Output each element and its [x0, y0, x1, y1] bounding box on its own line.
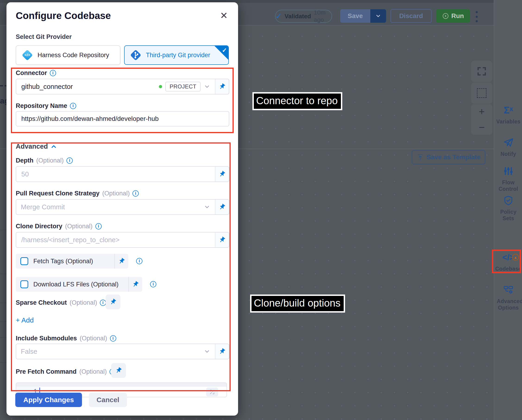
save-button[interactable]: Save: [340, 9, 370, 23]
pr-clone-strategy-pin-button[interactable]: [215, 199, 229, 214]
save-dropdown-button[interactable]: [370, 9, 386, 23]
pre-fetch-command-label: Pre Fetch Command: [16, 368, 77, 375]
connector-status-dot: [159, 85, 162, 88]
paper-plane-icon: [503, 137, 514, 148]
selected-check-icon: ✓: [222, 47, 227, 54]
editor-expand-button[interactable]: [206, 388, 218, 396]
download-lfs-label: Download LFS Files (Optional): [33, 281, 128, 288]
clone-directory-pin-button[interactable]: [215, 232, 229, 247]
sidebar-item-notify[interactable]: Notify: [494, 137, 522, 157]
info-icon[interactable]: [50, 70, 56, 76]
run-label: Run: [451, 12, 464, 20]
sidebar-item-label: Policy Sets: [499, 209, 518, 221]
cancel-button[interactable]: Cancel: [89, 393, 127, 407]
editor-top-strip: [16, 383, 226, 387]
sidebar-item-label: Variables: [496, 119, 521, 125]
clone-directory-input[interactable]: [21, 236, 210, 244]
flowchart-gear-icon: [503, 284, 514, 295]
sidebar-item-label: Flow Control: [498, 179, 519, 192]
advanced-label: Advanced: [16, 143, 48, 150]
studio-right-sidebar: Σˣ Variables Notify Flow Control Policy …: [494, 0, 522, 420]
pre-fetch-command-pin-button[interactable]: [111, 363, 126, 378]
sidebar-item-codebase[interactable]: </> ▲ Codebase: [494, 252, 522, 272]
depth-input[interactable]: [21, 170, 210, 178]
info-icon[interactable]: [110, 335, 116, 342]
zoom-in-button[interactable]: +: [479, 107, 485, 117]
include-submodules-select[interactable]: False: [16, 344, 229, 359]
git-branch-icon: [130, 49, 142, 61]
sparse-checkout-label-row: Sparse Checkout (Optional): [16, 299, 106, 306]
sparse-checkout-pin-button[interactable]: [106, 295, 120, 309]
pin-icon: [217, 202, 227, 212]
pr-clone-strategy-select[interactable]: Merge Commit: [16, 199, 229, 215]
pre-fetch-command-label-row: Pre Fetch Command (Optional): [16, 368, 116, 375]
include-submodules-value: False: [21, 348, 200, 355]
fetch-tags-pin-button[interactable]: [115, 254, 128, 268]
validated-check-icon: ✓: [276, 13, 282, 20]
validated-label: Validated: [285, 13, 311, 20]
fetch-tags-checkbox[interactable]: [20, 257, 28, 265]
connector-pin-button[interactable]: [215, 79, 229, 94]
repository-name-label: Repository Name: [16, 102, 67, 109]
pr-clone-strategy-value: Merge Commit: [21, 203, 200, 211]
edge-line: [0, 321, 7, 322]
validated-status-pill: ✓ Validated 10m ago: [275, 10, 332, 23]
provider-option-third-party[interactable]: Third-party Git provider ✓: [124, 45, 229, 65]
info-icon[interactable]: [132, 190, 139, 197]
harness-code-icon: </>: [21, 49, 33, 61]
upload-icon: [417, 154, 424, 161]
close-icon[interactable]: ✕: [220, 10, 228, 21]
apply-changes-button[interactable]: Apply Changes: [15, 393, 82, 407]
zoom-out-button[interactable]: −: [479, 122, 485, 132]
info-icon[interactable]: [95, 223, 102, 229]
provider-option-harness[interactable]: </> Harness Code Repository: [16, 45, 120, 65]
clone-directory-label-row: Clone Directory (Optional): [16, 223, 102, 230]
connector-field: PROJECT: [16, 79, 229, 94]
advanced-section-toggle[interactable]: Advanced: [16, 143, 57, 150]
info-icon[interactable]: [150, 281, 156, 287]
sidebar-item-policy-sets[interactable]: Policy Sets: [494, 195, 522, 221]
sidebar-item-flow-control[interactable]: Flow Control: [494, 166, 522, 192]
info-icon[interactable]: [70, 103, 76, 109]
clone-directory-label: Clone Directory: [16, 223, 62, 230]
depth-pin-button[interactable]: [215, 167, 229, 182]
info-icon[interactable]: [67, 157, 73, 164]
provider-label: Harness Code Repository: [38, 52, 109, 59]
depth-label-row: Depth (Optional): [16, 157, 73, 164]
pr-clone-strategy-label-row: Pull Request Clone Strategy (Optional): [16, 190, 139, 197]
download-lfs-row: Download LFS Files (Optional): [16, 277, 142, 292]
connector-input[interactable]: [21, 83, 156, 91]
pin-icon: [117, 256, 126, 266]
code-icon: </> ▲: [502, 252, 514, 263]
include-submodules-pin-button[interactable]: [215, 344, 229, 359]
more-options-button[interactable]: [475, 11, 478, 22]
depth-label: Depth: [16, 157, 34, 164]
pin-icon: [217, 347, 227, 356]
modal-title: Configure Codebase: [16, 10, 111, 21]
chevron-down-icon: [204, 204, 210, 210]
download-lfs-checkbox[interactable]: [20, 280, 28, 288]
sidebar-item-variables[interactable]: Σˣ Variables: [494, 105, 522, 125]
git-provider-section-label: Select Git Provider: [16, 33, 72, 40]
run-button[interactable]: Run: [436, 9, 470, 23]
include-submodules-label: Include Submodules: [16, 335, 77, 342]
add-sparse-checkout-link[interactable]: + Add: [16, 316, 34, 324]
edge-line: [0, 303, 7, 303]
configure-codebase-modal: Configure Codebase ✕ Select Git Provider…: [7, 2, 238, 416]
info-icon[interactable]: [100, 300, 106, 306]
chevron-down-icon: [375, 13, 381, 19]
info-icon[interactable]: [136, 258, 142, 264]
fullscreen-button[interactable]: [471, 61, 492, 82]
edge-line: [0, 337, 7, 338]
repository-name-input[interactable]: [21, 115, 224, 123]
save-as-template-label: Save as Template: [427, 153, 481, 161]
discard-button[interactable]: Discard: [391, 9, 432, 23]
edge-line: [0, 362, 7, 363]
provider-label: Third-party Git provider: [146, 52, 210, 59]
sidebar-item-label: Notify: [500, 151, 516, 157]
save-as-template-button[interactable]: Save as Template: [412, 150, 485, 164]
sidebar-item-advanced-options[interactable]: Advanced Options: [494, 284, 522, 311]
marquee-select-button[interactable]: [471, 82, 492, 104]
chevron-down-icon[interactable]: [204, 83, 210, 90]
download-lfs-pin-button[interactable]: [128, 277, 142, 292]
